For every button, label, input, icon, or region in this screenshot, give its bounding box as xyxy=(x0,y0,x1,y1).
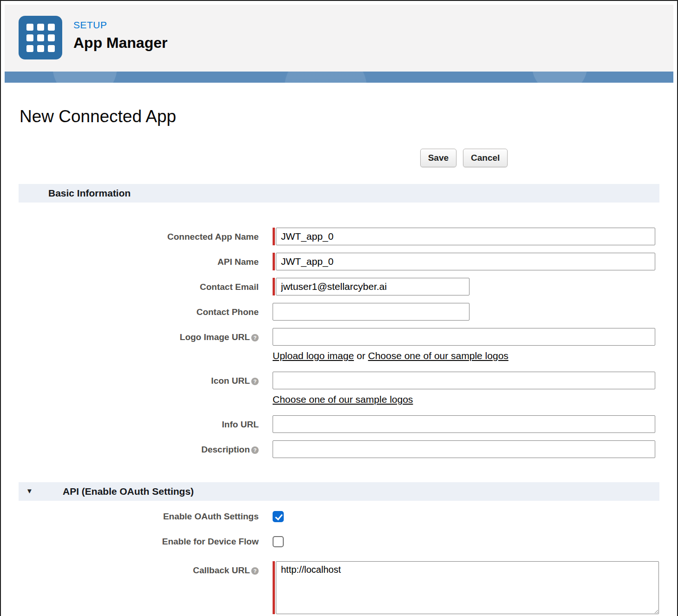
contact-email-input[interactable] xyxy=(276,278,469,295)
form-row: API Name xyxy=(19,253,659,270)
enable-oauth-label: Enable OAuth Settings xyxy=(19,511,259,522)
form-row: Info URL xyxy=(19,415,659,433)
upload-logo-link[interactable]: Upload logo image xyxy=(273,350,354,361)
api-name-label: API Name xyxy=(19,253,259,268)
basic-information-title: Basic Information xyxy=(48,188,130,199)
help-icon[interactable]: ? xyxy=(251,378,259,385)
oauth-form: Enable OAuth Settings Enable for Device … xyxy=(19,511,659,616)
main-content: New Connected App Save Cancel Basic Info… xyxy=(5,83,673,616)
info-url-input[interactable] xyxy=(273,415,655,433)
icon-url-label: Icon URL? xyxy=(19,372,259,387)
basic-information-form: Connected App Name API Name Contact Emai… xyxy=(19,228,659,458)
form-row: Contact Email xyxy=(19,278,659,295)
oauth-section-header: ▼ API (Enable OAuth Settings) xyxy=(19,482,659,501)
logo-image-url-label: Logo Image URL? xyxy=(19,328,259,343)
contact-phone-label: Contact Phone xyxy=(19,303,259,318)
form-actions: Save Cancel xyxy=(273,149,655,167)
oauth-section-title: API (Enable OAuth Settings) xyxy=(63,486,194,497)
icon-url-input[interactable] xyxy=(273,372,655,389)
help-icon[interactable]: ? xyxy=(251,567,259,575)
required-indicator xyxy=(273,228,275,245)
app-manager-icon xyxy=(19,16,62,59)
logo-image-url-input[interactable] xyxy=(273,328,655,346)
form-row: Icon URL? xyxy=(19,372,659,389)
form-row: Enable OAuth Settings xyxy=(19,511,659,522)
info-url-label: Info URL xyxy=(19,415,259,430)
grid-icon xyxy=(26,24,55,52)
save-button[interactable]: Save xyxy=(420,149,456,167)
device-flow-label: Enable for Device Flow xyxy=(19,537,259,547)
description-label: Description? xyxy=(19,440,259,455)
basic-information-section-header: Basic Information xyxy=(19,184,659,203)
choose-sample-logos-link[interactable]: Choose one of our sample logos xyxy=(368,350,508,361)
header-decorative-strip xyxy=(5,72,673,83)
setup-header: SETUP App Manager xyxy=(5,5,673,72)
choose-sample-logos-link[interactable]: Choose one of our sample logos xyxy=(273,394,413,405)
form-row: Description? xyxy=(19,440,659,458)
form-row: Contact Phone xyxy=(19,303,659,321)
required-indicator xyxy=(273,561,275,614)
form-row: Connected App Name xyxy=(19,228,659,245)
api-name-input[interactable] xyxy=(276,253,655,270)
or-text: or xyxy=(354,350,368,361)
page-title: New Connected App xyxy=(20,107,659,126)
enable-oauth-checkbox[interactable] xyxy=(273,511,284,522)
connected-app-name-label: Connected App Name xyxy=(19,228,259,242)
device-flow-checkbox[interactable] xyxy=(273,536,284,547)
form-row: Enable for Device Flow xyxy=(19,536,659,547)
contact-phone-input[interactable] xyxy=(273,303,469,321)
contact-email-label: Contact Email xyxy=(19,278,259,293)
help-icon[interactable]: ? xyxy=(251,446,259,454)
required-indicator xyxy=(273,278,275,295)
app-manager-title: App Manager xyxy=(73,34,168,52)
help-icon[interactable]: ? xyxy=(251,334,259,341)
callback-url-textarea[interactable]: http://localhost xyxy=(276,561,659,614)
collapse-section-icon[interactable]: ▼ xyxy=(26,487,33,495)
callback-url-label: Callback URL? xyxy=(19,561,259,576)
form-row: Choose one of our sample logos xyxy=(19,393,659,405)
setup-label: SETUP xyxy=(73,20,168,31)
description-input[interactable] xyxy=(273,440,655,458)
page: SETUP App Manager New Connected App Save… xyxy=(0,0,678,616)
form-row: Upload logo image or Choose one of our s… xyxy=(19,349,659,361)
form-row: Logo Image URL? xyxy=(19,328,659,346)
required-indicator xyxy=(273,253,275,270)
cancel-button[interactable]: Cancel xyxy=(463,149,508,167)
form-row: Callback URL? http://localhost xyxy=(19,561,659,614)
connected-app-name-input[interactable] xyxy=(276,228,655,245)
